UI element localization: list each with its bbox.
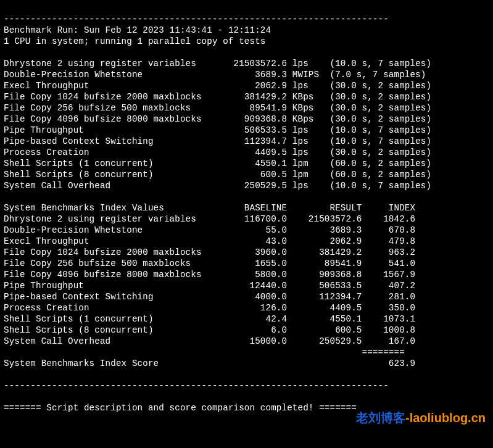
index-header-row: System Benchmarks Index Values BASELINE … [4,203,415,213]
divider-bottom: ----------------------------------------… [4,381,389,391]
run-header-line: Benchmark Run: Sun Feb 12 2023 11:43:41 … [4,25,271,35]
raw-results-block: Dhrystone 2 using register variables 215… [4,59,431,191]
index-table-block: Dhrystone 2 using register variables 116… [4,214,415,346]
cpu-header-line: 1 CPU in system; running 1 parallel copy… [4,36,266,46]
divider-top: ----------------------------------------… [4,14,389,24]
index-rule: ======== [4,347,405,357]
index-score-line: System Benchmarks Index Score 623.9 [4,359,415,368]
footer-line: ======= Script description and score com… [4,403,357,413]
terminal-output: ----------------------------------------… [0,0,493,416]
